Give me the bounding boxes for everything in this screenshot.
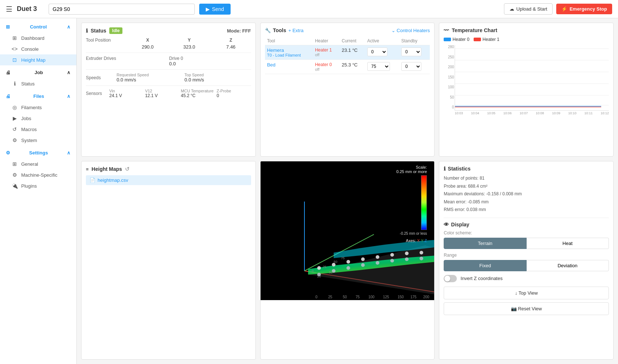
svg-point-18 <box>390 253 394 257</box>
svg-point-20 <box>420 251 423 254</box>
sidebar-item-label: Macros <box>21 127 37 132</box>
fixed-button[interactable]: Fixed <box>444 260 526 271</box>
svg-point-16 <box>361 257 365 261</box>
bed-standby-cell: 0 <box>399 60 430 74</box>
deviation-button[interactable]: Deviation <box>527 260 609 271</box>
color-scheme-group: Terrain Heat <box>444 238 609 249</box>
x-axis-label: X <box>417 238 420 243</box>
sidebar-item-dashboard[interactable]: ⊞ Dashboard <box>0 32 76 43</box>
sidebar-item-general[interactable]: ⊞ General <box>0 158 76 169</box>
col-heater: Heater <box>313 37 340 45</box>
stat-mean-error: Mean error: -0.085 mm <box>444 198 609 206</box>
heightmap-canvas[interactable]: 0 25 50 75 100 125 150 175 200 225 250 2… <box>261 161 435 300</box>
display-title: 👁 Display <box>444 222 609 227</box>
svg-point-13 <box>317 266 321 270</box>
sidebar-item-label: Height Map <box>21 57 45 63</box>
color-scheme-label: Color scheme: <box>444 230 609 235</box>
stat-rms-error: RMS error: 0.038 mm <box>444 206 609 214</box>
general-icon: ⊞ <box>12 161 18 167</box>
sidebar-section-files-header[interactable]: 🖨 Files ∧ <box>0 91 76 102</box>
heater1-standby-select[interactable]: 0 <box>401 47 421 56</box>
svg-text:25: 25 <box>317 275 321 278</box>
chart-svg <box>455 45 609 111</box>
heightmap-file-item[interactable]: 📄 heightmap.csv <box>86 175 251 185</box>
sidebar-section-control-header[interactable]: ⊞ Control ∧ <box>0 21 76 32</box>
temp-chart-card: 〰 Temperature Chart Heater 0 Heater 1 0 … <box>439 23 614 157</box>
y-axis-label: Y <box>421 238 423 243</box>
bed-link[interactable]: Bed <box>267 62 311 68</box>
hemera-link[interactable]: Hemera <box>267 47 311 53</box>
sidebar-item-status[interactable]: ℹ Status <box>0 78 76 89</box>
speeds-label: Speeds <box>86 75 115 80</box>
send-icon: ▶ <box>206 6 210 12</box>
scale-bar-container <box>420 175 427 230</box>
y-value: 323.0 <box>169 44 209 50</box>
sidebar-item-machine[interactable]: ⚙ Machine-Specific <box>0 169 76 180</box>
heater0-color-swatch <box>444 38 451 41</box>
heightmap-list-header: ≡ Height Maps ↺ <box>86 166 251 172</box>
sidebar-section-job-header[interactable]: 🖨 Job ∧ <box>0 67 76 78</box>
wrench-icon: 🔧 <box>265 28 271 33</box>
dashboard-icon: ⊞ <box>12 35 18 41</box>
tool-position-label: Tool Position <box>86 38 126 43</box>
statistics-content: Number of points: 81 Probe area: 688.4 c… <box>444 175 609 214</box>
svg-text:25: 25 <box>328 295 333 298</box>
heater0-name: Heater 0 <box>315 62 337 67</box>
control-label: Control <box>30 24 47 30</box>
heater1-active-select[interactable]: 0 <box>367 47 387 56</box>
top-speed-label: Top Speed <box>185 73 251 77</box>
upload-label: Upload & Start <box>516 6 547 12</box>
refresh-icon[interactable]: ↺ <box>125 166 130 172</box>
svg-point-17 <box>376 255 379 259</box>
sidebar-item-label: Plugins <box>21 183 37 189</box>
sidebar-item-heightmap[interactable]: ⊡ Height Map <box>0 54 76 65</box>
terrain-button[interactable]: Terrain <box>444 238 526 249</box>
heater1-status: off <box>315 53 337 57</box>
menu-icon[interactable]: ☰ <box>6 5 12 14</box>
heater0-standby-select[interactable]: 0 <box>401 62 421 71</box>
requested-speed: Requested Speed 0.0 mm/s <box>117 73 183 83</box>
sidebar-item-macros[interactable]: ↺ Macros <box>0 124 76 135</box>
main-layout: ⊞ Control ∧ ⊞ Dashboard <> Console ⊡ Hei… <box>0 18 618 364</box>
extruder-section: Extruder Drives <box>86 56 168 66</box>
drive0-label: Drive 0 <box>169 56 251 61</box>
heater0-active-select[interactable]: 75 <box>367 62 390 71</box>
sidebar-section-job: 🖨 Job ∧ ℹ Status <box>0 67 76 89</box>
sidebar-item-system[interactable]: ⚙ System <box>0 135 76 146</box>
command-input[interactable] <box>49 4 195 15</box>
tools-table: Tool Heater Current Active Standby Hemer… <box>265 37 430 74</box>
drive0-section: Drive 0 0.0 <box>169 56 251 66</box>
sidebar-item-plugins[interactable]: 🔌 Plugins <box>0 180 76 191</box>
send-button[interactable]: ▶ Send <box>199 4 231 15</box>
load-filament-link[interactable]: T0 - Load Filament <box>267 53 311 57</box>
sidebar-item-filaments[interactable]: ◎ Filaments <box>0 102 76 113</box>
axes-text: Axes: <box>406 238 416 243</box>
tools-header: 🔧 Tools + Extra ⌄ Control Heaters <box>265 27 430 33</box>
sidebar-item-console[interactable]: <> Console <box>0 43 76 54</box>
extruder-label: Extruder Drives <box>86 56 168 61</box>
scale-top-label: Scale: 0.25 mm or more <box>397 165 427 174</box>
sidebar-item-jobs[interactable]: ▶ Jobs <box>0 113 76 124</box>
control-heaters-link[interactable]: ⌄ Control Heaters <box>391 28 430 33</box>
emergency-stop-button[interactable]: ⚡ Emergency Stop <box>556 4 612 14</box>
top-speed: Top Speed 0.0 mm/s <box>185 73 251 83</box>
filaments-icon: ◎ <box>12 104 18 110</box>
svg-text:75: 75 <box>356 295 360 298</box>
upload-start-button[interactable]: ☁ Upload & Start <box>504 3 553 15</box>
invert-z-toggle[interactable] <box>444 275 457 282</box>
current-cell: 23.1 °C <box>340 45 365 60</box>
stat-points: Number of points: 81 <box>444 175 609 183</box>
scale-color-bar <box>421 175 427 230</box>
svg-point-15 <box>346 260 350 264</box>
heightmap-list-title: Height Maps <box>92 166 122 172</box>
reset-view-button[interactable]: 📷 Reset View <box>444 302 609 315</box>
svg-text:125: 125 <box>383 295 389 298</box>
svg-text:50: 50 <box>334 260 337 264</box>
sidebar-section-settings-header[interactable]: ⚙ Settings ∧ <box>0 147 76 158</box>
col-tool: Tool <box>265 37 313 45</box>
svg-text:100: 100 <box>368 295 375 298</box>
mode-text: Mode: FFF <box>227 28 251 34</box>
top-view-button[interactable]: ↓ Top View <box>444 287 609 299</box>
tools-extra-link[interactable]: + Extra <box>288 28 304 33</box>
heat-button[interactable]: Heat <box>527 238 609 249</box>
